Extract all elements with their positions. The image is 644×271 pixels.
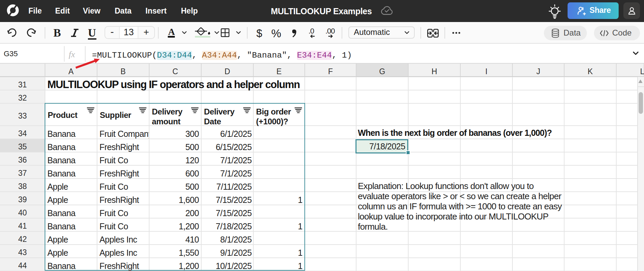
svg-text:.0: .0 <box>308 27 314 35</box>
svg-text:.00: .00 <box>325 27 335 35</box>
